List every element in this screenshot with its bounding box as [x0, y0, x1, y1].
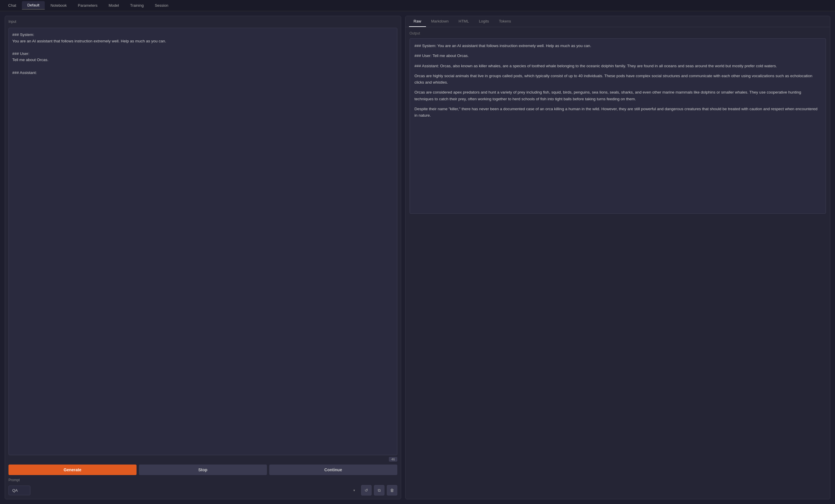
prompt-select[interactable]: QADefaultCreativePrecise [8, 486, 30, 495]
output-paragraph-1: ### User: Tell me about Orcas. [414, 53, 821, 59]
output-paragraph-3: Orcas are highly social animals that liv… [414, 73, 821, 86]
output-tab-tokens[interactable]: Tokens [494, 16, 516, 27]
main-layout: Input 46 Generate Stop Continue Prompt Q… [0, 11, 835, 504]
nav-tab-session[interactable]: Session [149, 1, 174, 9]
output-tab-markdown[interactable]: Markdown [427, 16, 453, 27]
output-label: Output [410, 31, 826, 35]
prompt-label: Prompt [8, 478, 397, 482]
nav-tab-chat[interactable]: Chat [3, 1, 21, 9]
output-content: ### System: You are an AI assistant that… [410, 38, 826, 214]
char-count-row: 46 [8, 457, 397, 462]
right-panel: RawMarkdownHTMLLogitsTokens Output ### S… [405, 16, 830, 499]
char-count: 46 [389, 457, 397, 462]
input-label: Input [8, 20, 397, 24]
output-paragraph-4: Orcas are considered apex predators and … [414, 89, 821, 102]
output-paragraph-2: ### Assistant: Orcas, also known as kill… [414, 63, 821, 69]
copy-prompt-button[interactable]: ⧉ [374, 485, 385, 496]
generate-button[interactable]: Generate [8, 465, 137, 475]
prompt-section: Prompt QADefaultCreativePrecise ↺ ⧉ 🗑 [8, 478, 397, 496]
nav-tab-default[interactable]: Default [22, 1, 44, 9]
nav-tab-model[interactable]: Model [103, 1, 124, 9]
action-button-row: Generate Stop Continue [8, 465, 397, 475]
top-nav: ChatDefaultNotebookParametersModelTraini… [0, 0, 835, 11]
left-panel: Input 46 Generate Stop Continue Prompt Q… [5, 16, 401, 499]
nav-tab-parameters[interactable]: Parameters [73, 1, 103, 9]
output-tab-logits[interactable]: Logits [474, 16, 494, 27]
output-tabs: RawMarkdownHTMLLogitsTokens [406, 16, 830, 27]
refresh-prompt-button[interactable]: ↺ [361, 485, 372, 496]
delete-prompt-button[interactable]: 🗑 [387, 485, 397, 496]
output-tab-html[interactable]: HTML [454, 16, 474, 27]
input-textarea[interactable] [8, 28, 397, 455]
prompt-select-wrapper: QADefaultCreativePrecise [8, 486, 359, 495]
output-paragraph-5: Despite their name "killer," there has n… [414, 106, 821, 119]
output-tab-raw[interactable]: Raw [409, 16, 426, 27]
prompt-row: QADefaultCreativePrecise ↺ ⧉ 🗑 [8, 485, 397, 496]
nav-tab-training[interactable]: Training [125, 1, 149, 9]
output-panel: Output ### System: You are an AI assista… [406, 27, 830, 499]
nav-tab-notebook[interactable]: Notebook [45, 1, 72, 9]
output-paragraph-0: ### System: You are an AI assistant that… [414, 43, 821, 49]
continue-button[interactable]: Continue [269, 465, 397, 475]
stop-button[interactable]: Stop [139, 465, 267, 475]
